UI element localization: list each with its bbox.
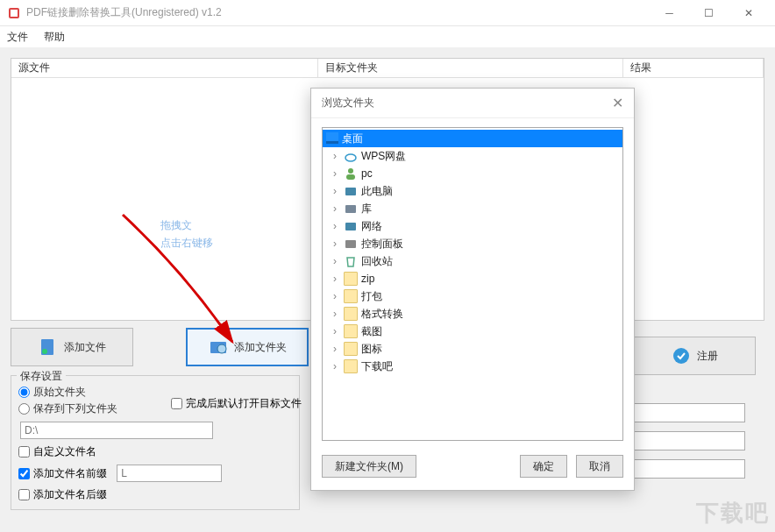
pc-icon (344, 184, 358, 198)
chevron-right-icon[interactable]: › (330, 185, 340, 197)
chevron-right-icon[interactable]: › (330, 360, 340, 372)
tree-item[interactable]: ›此电脑 (323, 182, 622, 200)
folder-icon (344, 307, 358, 321)
tree-item-label: 格式转换 (361, 307, 403, 322)
col-target[interactable]: 目标文件夹 (318, 59, 623, 77)
svg-point-5 (217, 344, 226, 353)
tree-item[interactable]: ›截图 (323, 323, 622, 340)
tree-item-label: pc (361, 167, 373, 180)
cancel-button[interactable]: 取消 (576, 455, 623, 478)
tree-item[interactable]: ›网络 (323, 217, 622, 235)
tree-item[interactable]: ›控制面板 (323, 235, 622, 252)
add-file-button[interactable]: 添加文件 (11, 328, 133, 366)
tree-item-label: WPS网盘 (361, 149, 406, 164)
dialog-titlebar: 浏览文件夹 ✕ (311, 89, 634, 118)
tree-item[interactable]: ›pc (323, 165, 622, 182)
svg-point-6 (673, 348, 689, 364)
tree-item[interactable]: ›WPS网盘 (323, 147, 622, 165)
add-file-label: 添加文件 (64, 340, 106, 355)
tree-item-label: 网络 (361, 219, 382, 234)
user-icon (344, 167, 358, 181)
maximize-button[interactable]: ☐ (689, 0, 729, 26)
file-icon (38, 337, 59, 358)
svg-rect-12 (345, 188, 356, 195)
open-after-check[interactable]: 完成后默认打开目标文件 (171, 396, 302, 411)
app-icon (7, 6, 21, 20)
chevron-right-icon[interactable]: › (330, 167, 340, 180)
drop-hint: 拖拽文 点击右键移 (160, 216, 213, 252)
tree-item-label: 此电脑 (361, 184, 393, 199)
browse-folder-dialog: 浏览文件夹 ✕ 桌面 ›WPS网盘›pc›此电脑›库›网络›控制面板›回收站›z… (310, 88, 635, 491)
folder-icon (344, 342, 358, 356)
menu-help[interactable]: 帮助 (44, 30, 65, 45)
menubar: 文件 帮助 (0, 26, 775, 47)
hint-line2: 点击右键移 (160, 234, 213, 252)
control-icon (344, 237, 358, 251)
chevron-right-icon[interactable]: › (330, 343, 340, 355)
new-folder-button[interactable]: 新建文件夹(M) (322, 455, 416, 478)
ok-button[interactable]: 确定 (520, 455, 567, 478)
col-result[interactable]: 结果 (623, 59, 764, 77)
folder-icon (344, 359, 358, 373)
svg-rect-8 (326, 141, 338, 144)
list-header: 源文件 目标文件夹 结果 (11, 59, 764, 78)
svg-rect-11 (346, 174, 355, 180)
chevron-right-icon[interactable]: › (330, 308, 340, 320)
register-button[interactable]: 注册 (633, 337, 756, 375)
prefix-check[interactable]: 添加文件名前缀 (18, 465, 292, 482)
chevron-right-icon[interactable]: › (330, 202, 340, 215)
svg-point-3 (42, 349, 47, 354)
save-legend: 保存设置 (17, 369, 66, 384)
tree-item-label: 库 (361, 202, 372, 216)
tree-root-desktop[interactable]: 桌面 (323, 130, 622, 147)
chevron-right-icon[interactable]: › (330, 150, 340, 162)
tree-item-label: 打包 (361, 289, 382, 304)
prefix-input[interactable] (117, 465, 222, 482)
tree-item-label: 下载吧 (361, 359, 393, 374)
close-button[interactable]: ✕ (729, 0, 768, 26)
col-source[interactable]: 源文件 (11, 59, 318, 77)
add-folder-button[interactable]: 添加文件夹 (186, 328, 309, 366)
svg-point-10 (348, 168, 353, 174)
tree-item[interactable]: ›库 (323, 200, 622, 217)
svg-rect-13 (345, 205, 356, 213)
svg-point-9 (345, 154, 356, 161)
chevron-right-icon[interactable]: › (330, 325, 340, 337)
register-icon (671, 345, 692, 366)
folder-icon (344, 272, 358, 286)
menu-file[interactable]: 文件 (7, 30, 28, 45)
tree-item[interactable]: ›格式转换 (323, 305, 622, 323)
chevron-right-icon[interactable]: › (330, 220, 340, 232)
suffix-check[interactable]: 添加文件名后缀 (18, 487, 292, 502)
hint-line1: 拖拽文 (160, 216, 213, 234)
chevron-right-icon[interactable]: › (330, 290, 340, 302)
path-input[interactable] (20, 422, 213, 439)
tree-item[interactable]: ›打包 (323, 287, 622, 305)
tree-item[interactable]: ›回收站 (323, 252, 622, 270)
folder-icon (208, 337, 229, 358)
tree-item[interactable]: ›zip (323, 270, 622, 287)
svg-rect-7 (326, 132, 338, 141)
desktop-icon (326, 132, 338, 145)
chevron-right-icon[interactable]: › (330, 273, 340, 285)
folder-icon (344, 289, 358, 303)
library-icon (344, 202, 358, 216)
dialog-title: 浏览文件夹 (322, 96, 374, 110)
chevron-right-icon[interactable]: › (330, 238, 340, 250)
custom-name-check[interactable]: 自定义文件名 (18, 444, 292, 459)
svg-rect-1 (11, 10, 18, 17)
folder-tree[interactable]: 桌面 ›WPS网盘›pc›此电脑›库›网络›控制面板›回收站›zip›打包›格式… (322, 127, 623, 441)
tree-item-label: 回收站 (361, 254, 393, 269)
minimize-button[interactable]: ─ (650, 0, 689, 26)
network-icon (344, 219, 358, 233)
recycle-icon (344, 254, 358, 268)
tree-item-label: 控制面板 (361, 237, 403, 252)
svg-rect-14 (345, 223, 356, 231)
dialog-close-button[interactable]: ✕ (612, 95, 623, 111)
tree-item[interactable]: ›图标 (323, 340, 622, 358)
tree-item[interactable]: ›下载吧 (323, 358, 622, 375)
folder-icon (344, 324, 358, 338)
chevron-right-icon[interactable]: › (330, 255, 340, 267)
window-title: PDF链接删除替换工具(Unregistered) v1.2 (26, 5, 650, 20)
cloud-icon (344, 149, 358, 163)
